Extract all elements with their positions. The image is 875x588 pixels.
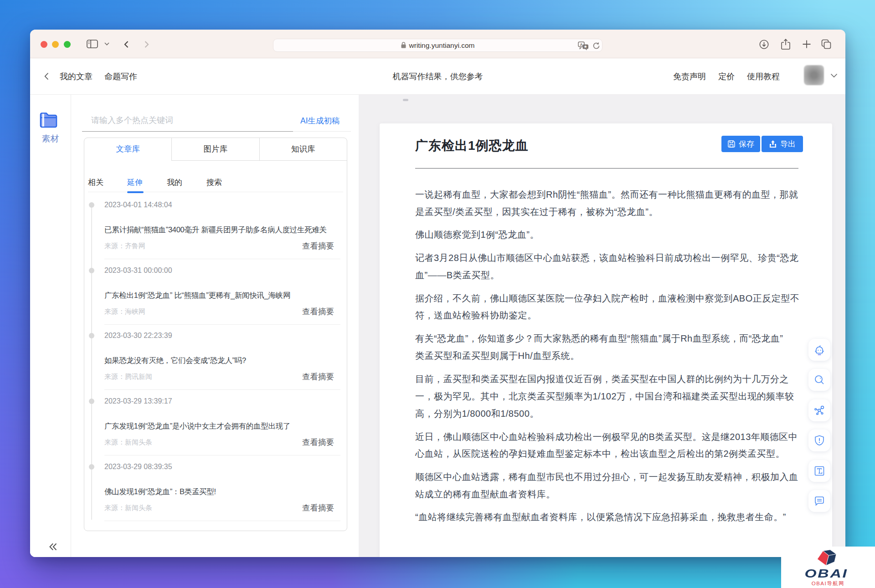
svg-text:★: ★ [584, 45, 587, 49]
svg-text:A: A [580, 42, 582, 47]
